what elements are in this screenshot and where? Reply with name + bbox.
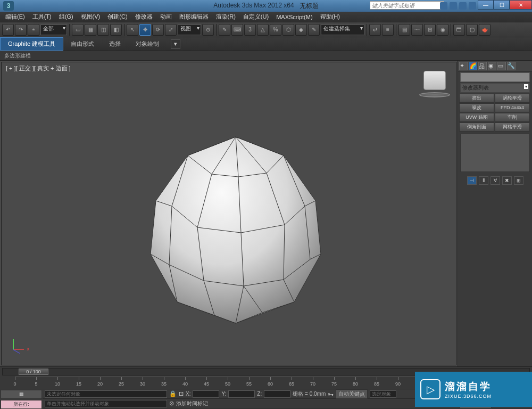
- render-setup-button[interactable]: 🗔: [453, 24, 465, 36]
- viewcube[interactable]: [419, 68, 451, 100]
- utilities-tab-icon[interactable]: 🔧: [507, 62, 516, 70]
- keyboard-button[interactable]: ⌨: [231, 24, 243, 36]
- align-button[interactable]: ≡: [382, 24, 394, 36]
- select-name-button[interactable]: ▦: [85, 24, 96, 36]
- window-crossing-button[interactable]: ◧: [110, 24, 122, 36]
- mod-extrude[interactable]: 挤出: [459, 94, 494, 103]
- mirror-button[interactable]: ⇄: [369, 24, 381, 36]
- time-slider-handle[interactable]: 0 / 100: [19, 369, 48, 375]
- help-icon[interactable]: [469, 2, 476, 10]
- tab-selection[interactable]: 选择: [102, 38, 128, 50]
- curve-editor-button[interactable]: 〰: [411, 24, 423, 36]
- geosphere-object[interactable]: [135, 126, 337, 329]
- communication-icon[interactable]: [450, 2, 457, 10]
- keymode-dropdown[interactable]: 选定对象: [370, 390, 396, 398]
- menu-views[interactable]: 视图(V): [78, 12, 104, 22]
- lock-icon[interactable]: 🔒: [169, 390, 177, 397]
- menu-group[interactable]: 组(G): [56, 12, 77, 22]
- hierarchy-tab-icon[interactable]: 品: [478, 62, 487, 70]
- render-frame-button[interactable]: ▢: [466, 24, 478, 36]
- object-name-field[interactable]: [460, 72, 530, 82]
- percent-snap-button[interactable]: %: [270, 24, 281, 36]
- key-icon[interactable]: 🗝: [328, 391, 334, 397]
- mod-turbosmooth[interactable]: 涡轮平滑: [495, 94, 530, 103]
- menu-edit[interactable]: 编辑(E): [2, 12, 28, 22]
- edged-button[interactable]: ◆: [295, 24, 307, 36]
- select-region-button[interactable]: ◫: [97, 24, 109, 36]
- menu-tools[interactable]: 工具(T): [29, 12, 55, 22]
- mod-uvw[interactable]: UVW 贴图: [459, 113, 494, 122]
- help-search-input[interactable]: [370, 1, 444, 10]
- unique-icon[interactable]: ∀: [491, 176, 500, 185]
- z-field[interactable]: [264, 390, 290, 398]
- motion-tab-icon[interactable]: ◉: [488, 62, 496, 70]
- show-result-icon[interactable]: Ⅱ: [479, 176, 488, 185]
- remove-icon[interactable]: ✖: [502, 176, 512, 185]
- svg-marker-0: [151, 137, 321, 323]
- snap-button[interactable]: 3: [244, 24, 256, 36]
- script-mini-button[interactable]: ▦: [1, 390, 42, 399]
- menu-customize[interactable]: 自定义(U): [240, 12, 272, 22]
- modify-tab-icon[interactable]: 🌈: [469, 62, 477, 70]
- tab-freeform[interactable]: 自由形式: [63, 38, 102, 50]
- minimize-button[interactable]: —: [478, 0, 494, 10]
- ref-coord-dropdown[interactable]: 视图: [178, 24, 201, 35]
- ribbon-expand-button[interactable]: ▾: [171, 39, 180, 49]
- viewcube-cube-icon[interactable]: [423, 71, 446, 90]
- modifier-stack[interactable]: [460, 134, 530, 172]
- layers-button[interactable]: ▤: [398, 24, 410, 36]
- display-tab-icon[interactable]: ▭: [497, 62, 506, 70]
- y-field[interactable]: [228, 390, 255, 398]
- close-button[interactable]: ✕: [510, 0, 532, 10]
- timetag-icon[interactable]: ⊘: [169, 400, 174, 407]
- spinner-snap-button[interactable]: ⬡: [282, 24, 294, 36]
- viewcube-ring-icon[interactable]: [419, 92, 450, 97]
- search-icon[interactable]: [440, 2, 447, 10]
- pin-stack-icon[interactable]: ⊣: [467, 176, 477, 185]
- tab-paint[interactable]: 对象绘制: [128, 38, 167, 50]
- mod-ffd[interactable]: FFD 4x4x4: [495, 103, 530, 112]
- menu-help[interactable]: 帮助(H): [317, 12, 343, 22]
- menu-rendering[interactable]: 渲染(R): [213, 12, 239, 22]
- scale-button[interactable]: ⤢: [165, 24, 177, 36]
- viewport-label[interactable]: [ + ][ 正交 ][ 真实 + 边面 ]: [6, 64, 71, 72]
- maximize-button[interactable]: ☐: [494, 0, 510, 10]
- redo-button[interactable]: ↷: [15, 24, 27, 36]
- create-tab-icon[interactable]: ✦: [459, 62, 468, 70]
- pivot-button[interactable]: ⊙: [202, 24, 214, 36]
- named-selection-dropdown[interactable]: 创建选择集: [321, 24, 364, 35]
- schematic-button[interactable]: ⊞: [424, 24, 436, 36]
- menu-maxscript[interactable]: MAXScript(M): [273, 13, 315, 21]
- render-button[interactable]: 🫖: [479, 24, 491, 36]
- autokey-button[interactable]: 自动关键点: [336, 389, 368, 399]
- move-button[interactable]: ✥: [139, 24, 151, 36]
- manipulate-button[interactable]: ✎: [219, 24, 230, 36]
- menu-animation[interactable]: 动画: [157, 12, 175, 22]
- configure-icon[interactable]: ⊞: [514, 176, 523, 185]
- app-logo-icon[interactable]: 3: [3, 1, 14, 11]
- add-timetag[interactable]: 添加时间标记: [176, 400, 208, 407]
- select-object-button[interactable]: ↖: [127, 24, 138, 36]
- menu-modifiers[interactable]: 修改器: [132, 12, 156, 22]
- selection-filter-dropdown[interactable]: 全部: [40, 24, 67, 35]
- menu-grapheditors[interactable]: 图形编辑器: [176, 12, 212, 22]
- rotate-button[interactable]: ⟳: [152, 24, 164, 36]
- isolate-icon[interactable]: ⊡: [179, 390, 184, 397]
- x-field[interactable]: [193, 390, 219, 398]
- y-label: Y:: [221, 391, 226, 397]
- material-editor-button[interactable]: ◉: [437, 24, 448, 36]
- menu-create[interactable]: 创建(C): [104, 12, 130, 22]
- mod-lathe[interactable]: 车削: [495, 113, 530, 122]
- mod-meshsmooth[interactable]: 网格平滑: [495, 122, 530, 132]
- favorites-icon[interactable]: [459, 2, 467, 10]
- edit-sel-button[interactable]: ✎: [308, 24, 320, 36]
- modifier-list-dropdown[interactable]: 修改器列表: [460, 83, 530, 93]
- tab-graphite[interactable]: Graphite 建模工具: [0, 37, 63, 51]
- undo-button[interactable]: ↶: [2, 24, 14, 36]
- angle-snap-button[interactable]: △: [257, 24, 269, 36]
- mod-bevel[interactable]: 倒角剖面: [459, 122, 494, 132]
- select-button[interactable]: ▭: [72, 24, 84, 36]
- mod-skin[interactable]: 噪皮: [459, 103, 494, 112]
- link-button[interactable]: ⚭: [28, 24, 39, 36]
- viewport[interactable]: [ + ][ 正交 ][ 真实 + 边面 ]: [1, 62, 456, 365]
